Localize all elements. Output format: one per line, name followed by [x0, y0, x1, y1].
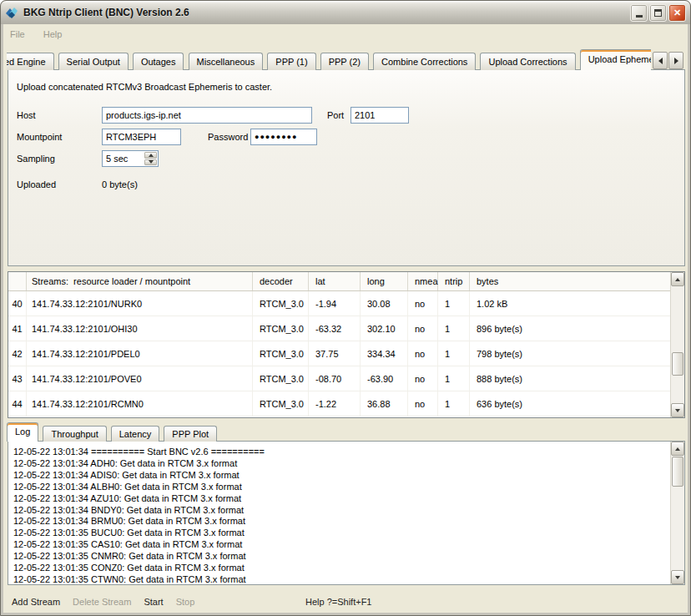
uploaded-value: 0 byte(s): [102, 179, 138, 189]
down-arrow-icon: [675, 576, 680, 579]
maximize-button[interactable]: [649, 4, 667, 22]
tab-ppp-2[interactable]: PPP (2): [320, 53, 369, 70]
stop-button[interactable]: Stop: [176, 597, 195, 607]
menu-help[interactable]: Help: [43, 29, 63, 39]
tab-outages[interactable]: Outages: [133, 53, 184, 70]
stream-row-number: 41: [8, 316, 27, 341]
down-arrow-icon: [675, 409, 680, 412]
scroll-down-button[interactable]: [671, 570, 684, 584]
column-header-mountpoint: Streams: resource loader / mountpoint: [27, 272, 253, 290]
stream-decoder: RTCM_3.0: [253, 391, 309, 416]
log-line: 12-05-22 13:01:35 CAS10: Get data in RTC…: [13, 539, 668, 551]
password-input[interactable]: [250, 129, 317, 145]
scroll-up-button[interactable]: [671, 272, 684, 286]
host-label: Host: [17, 110, 36, 120]
tab-scroll-right-button[interactable]: [668, 52, 683, 69]
spin-down-button[interactable]: [144, 159, 157, 166]
streams-table: Streams: resource loader / mountpoint de…: [8, 271, 685, 418]
scroll-thumb[interactable]: [672, 457, 683, 487]
menu-file[interactable]: File: [10, 29, 25, 39]
column-header-row-number: [8, 272, 27, 290]
tab-throughput[interactable]: Throughput: [43, 426, 106, 442]
spin-up-button[interactable]: [144, 152, 157, 159]
stream-lat: 37.75: [309, 341, 361, 366]
tab-miscellaneous[interactable]: Miscellaneous: [189, 53, 264, 70]
mountpoint-input[interactable]: [102, 129, 181, 145]
scroll-thumb[interactable]: [672, 352, 683, 376]
stream-row[interactable]: 44 141.74.33.12:2101/RCMN0 RTCM_3.0 -1.2…: [8, 391, 670, 417]
tab-upload-ephemeris[interactable]: Upload Ephemeris: [580, 49, 651, 70]
add-stream-button[interactable]: Add Stream: [12, 597, 60, 607]
delete-stream-button[interactable]: Delete Stream: [73, 597, 131, 607]
stream-nmea: no: [408, 366, 438, 391]
client-area: File Help ed Engine Serial Output Outage…: [3, 24, 688, 613]
tab-log[interactable]: Log: [7, 422, 38, 442]
tab-combine-corrections[interactable]: Combine Corrections: [373, 53, 476, 70]
close-button[interactable]: ✕: [668, 4, 686, 22]
start-button[interactable]: Start: [144, 597, 163, 607]
tab-ppp-plot[interactable]: PPP Plot: [164, 426, 217, 442]
host-input[interactable]: [102, 107, 312, 124]
stream-mountpoint: 141.74.33.12:2101/NURK0: [27, 291, 253, 316]
streams-scrollbar[interactable]: [670, 272, 684, 417]
panel-description: Upload concatenated RTCMv3 Broadcast Eph…: [17, 82, 272, 92]
minimize-button[interactable]: [630, 4, 648, 22]
log-text: 12-05-22 13:01:34 ========== Start BNC v…: [13, 447, 668, 585]
sampling-label: Sampling: [17, 154, 55, 164]
log-line: 12-05-22 13:01:35 BUCU0: Get data in RTC…: [13, 528, 668, 539]
stream-decoder: RTCM_3.0: [253, 291, 309, 316]
tab-ppp-1[interactable]: PPP (1): [267, 53, 315, 70]
stream-row-number: 44: [8, 391, 27, 416]
stream-long: 334.34: [361, 341, 408, 366]
bottom-tab-strip: Log Throughput Latency PPP Plot: [7, 422, 219, 442]
stream-lat: -63.32: [309, 316, 361, 341]
stream-decoder: RTCM_3.0: [253, 316, 309, 341]
port-label: Port: [327, 110, 344, 120]
log-line: 12-05-22 13:01:34 ALBH0: Get data in RTC…: [13, 482, 668, 493]
column-header-decoder: decoder: [253, 272, 309, 290]
tab-upload-corrections[interactable]: Upload Corrections: [480, 53, 575, 70]
stream-ntrip: 1: [438, 366, 470, 391]
stream-row[interactable]: 41 141.74.33.12:2101/OHI30 RTCM_3.0 -63.…: [8, 316, 670, 341]
stream-lat: -1.94: [309, 291, 361, 316]
log-line: 12-05-22 13:01:35 CTWN0: Get data in RTC…: [13, 574, 668, 585]
tab-feed-engine[interactable]: ed Engine: [7, 53, 54, 70]
help-shortcut-text: Help ?=Shift+F1: [305, 597, 372, 607]
scroll-up-button[interactable]: [671, 442, 684, 456]
app-window: BKG Ntrip Client (BNC) Version 2.6 ✕ Fil…: [0, 0, 691, 616]
up-arrow-icon: [675, 447, 680, 451]
log-scrollbar[interactable]: [670, 442, 684, 584]
stream-bytes: 888 byte(s): [470, 366, 670, 391]
column-header-ntrip: ntrip: [438, 272, 470, 290]
log-line: 12-05-22 13:01:35 CNMR0: Get data in RTC…: [13, 551, 668, 563]
stream-nmea: no: [408, 341, 438, 366]
sampling-spinner[interactable]: 5 sec: [102, 150, 159, 167]
log-line: 12-05-22 13:01:35 CONZ0: Get data in RTC…: [13, 563, 668, 574]
column-header-nmea: nmea: [408, 272, 438, 290]
close-icon: ✕: [673, 8, 681, 18]
stream-row-number: 42: [8, 341, 27, 366]
stream-long: 30.08: [361, 291, 408, 316]
port-input[interactable]: [351, 107, 409, 124]
stream-ntrip: 1: [438, 391, 470, 416]
stream-mountpoint: 141.74.33.12:2101/RCMN0: [27, 391, 253, 416]
log-line: 12-05-22 13:01:34 ADH0: Get data in RTCM…: [13, 458, 668, 470]
scroll-down-button[interactable]: [671, 403, 684, 417]
stream-row[interactable]: 40 141.74.33.12:2101/NURK0 RTCM_3.0 -1.9…: [8, 291, 670, 316]
stream-row[interactable]: 42 141.74.33.12:2101/PDEL0 RTCM_3.0 37.7…: [8, 341, 670, 366]
stream-ntrip: 1: [438, 316, 470, 341]
column-header-lat: lat: [309, 272, 361, 290]
stream-lat: -08.70: [309, 366, 361, 391]
stream-nmea: no: [408, 391, 438, 416]
stream-row-number: 40: [8, 291, 27, 316]
stream-decoder: RTCM_3.0: [253, 366, 309, 391]
up-arrow-icon: [149, 154, 154, 157]
stream-row[interactable]: 43 141.74.33.12:2101/POVE0 RTCM_3.0 -08.…: [8, 366, 670, 391]
stream-long: 302.10: [361, 316, 408, 341]
main-tab-strip: ed Engine Serial Output Outages Miscella…: [7, 49, 651, 70]
tab-serial-output[interactable]: Serial Output: [58, 53, 129, 70]
tab-latency[interactable]: Latency: [111, 426, 160, 442]
log-line: 12-05-22 13:01:34 ========== Start BNC v…: [13, 447, 668, 458]
column-header-bytes: bytes: [470, 272, 670, 290]
tab-scroll-left-button[interactable]: [653, 52, 668, 69]
